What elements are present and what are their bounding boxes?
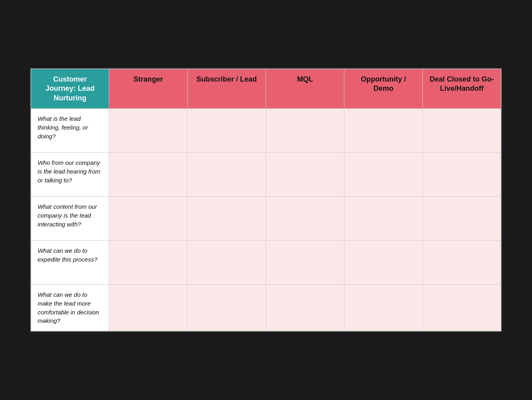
cell-r2-c4[interactable] bbox=[423, 197, 501, 241]
row-label-4: What can we do to make the lead more com… bbox=[31, 285, 109, 331]
header-col-subscriber-lead: Subscriber / Lead bbox=[188, 69, 266, 108]
cell-r2-c0[interactable] bbox=[109, 197, 188, 241]
cell-r3-c3[interactable] bbox=[344, 241, 423, 285]
table-title-cell: Customer Journey: Lead Nurturing bbox=[31, 69, 109, 108]
cell-r1-c4[interactable] bbox=[423, 153, 501, 197]
cell-r3-c2[interactable] bbox=[266, 241, 344, 285]
row-label-3: What can we do to expedite this process? bbox=[31, 241, 109, 285]
cell-r0-c4[interactable] bbox=[423, 109, 501, 153]
table-row: What can we do to expedite this process? bbox=[31, 241, 501, 285]
table-row: What content from our company is the lea… bbox=[31, 197, 501, 241]
table-title: Customer Journey: Lead Nurturing bbox=[45, 75, 94, 102]
table-row: What can we do to make the lead more com… bbox=[31, 285, 501, 331]
cell-r4-c2[interactable] bbox=[266, 285, 344, 331]
cell-r4-c3[interactable] bbox=[344, 285, 423, 331]
header-col-stranger: Stranger bbox=[109, 69, 188, 108]
cell-r3-c1[interactable] bbox=[188, 241, 266, 285]
header-col-mql: MQL bbox=[266, 69, 344, 108]
table-container: Customer Journey: Lead Nurturing Strange… bbox=[30, 68, 502, 332]
cell-r4-c1[interactable] bbox=[188, 285, 266, 331]
cell-r0-c3[interactable] bbox=[344, 109, 423, 153]
cell-r0-c1[interactable] bbox=[188, 109, 266, 153]
cell-r1-c1[interactable] bbox=[188, 153, 266, 197]
cell-r3-c4[interactable] bbox=[423, 241, 501, 285]
cell-r2-c1[interactable] bbox=[188, 197, 266, 241]
cell-r3-c0[interactable] bbox=[109, 241, 188, 285]
table-row: Who from our company is the lead hearing… bbox=[31, 153, 501, 197]
row-label-1: Who from our company is the lead hearing… bbox=[31, 153, 109, 197]
cell-r1-c0[interactable] bbox=[109, 153, 188, 197]
row-label-0: What is the lead thinking, feeling, or d… bbox=[31, 109, 109, 153]
cell-r0-c2[interactable] bbox=[266, 109, 344, 153]
customer-journey-table: Customer Journey: Lead Nurturing Strange… bbox=[31, 69, 501, 331]
cell-r4-c0[interactable] bbox=[109, 285, 188, 331]
row-label-2: What content from our company is the lea… bbox=[31, 197, 109, 241]
cell-r1-c3[interactable] bbox=[344, 153, 423, 197]
table-row: What is the lead thinking, feeling, or d… bbox=[31, 109, 501, 153]
cell-r2-c3[interactable] bbox=[344, 197, 423, 241]
cell-r2-c2[interactable] bbox=[266, 197, 344, 241]
cell-r1-c2[interactable] bbox=[266, 153, 344, 197]
cell-r0-c0[interactable] bbox=[109, 109, 188, 153]
header-row: Customer Journey: Lead Nurturing Strange… bbox=[31, 69, 501, 108]
cell-r4-c4[interactable] bbox=[423, 285, 501, 331]
header-col-deal-closed: Deal Closed to Go-Live/Handoff bbox=[423, 69, 501, 108]
header-col-opportunity-demo: Opportunity / Demo bbox=[344, 69, 423, 108]
